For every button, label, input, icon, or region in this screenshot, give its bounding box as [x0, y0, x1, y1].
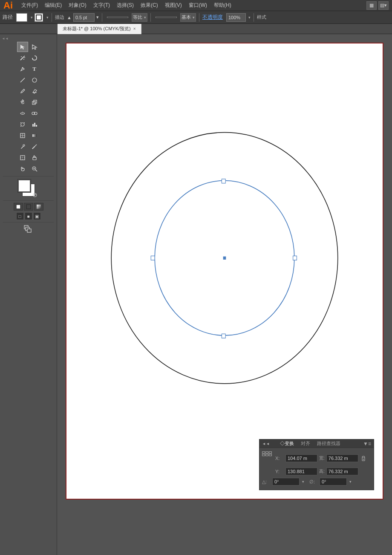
mesh-tool[interactable] — [17, 130, 28, 141]
gradient-tool[interactable] — [29, 130, 40, 141]
menu-effect[interactable]: 效果(C) — [137, 1, 161, 10]
tool-row-rotate — [0, 97, 57, 107]
column-graph-tool[interactable] — [29, 119, 40, 130]
menu-object[interactable]: 对象(O) — [65, 1, 89, 10]
screen-mode-normal[interactable]: □ — [16, 212, 24, 220]
workspace-icon[interactable]: ▤▾ — [378, 1, 389, 10]
tool-row-arrange — [0, 224, 57, 234]
measure-tool[interactable] — [29, 142, 40, 152]
pen-tool[interactable] — [17, 64, 28, 74]
screen-mode-fullscreen[interactable]: ▣ — [33, 212, 41, 220]
x-label: X: — [275, 456, 284, 461]
stroke-mode-btn[interactable] — [24, 203, 33, 211]
menu-edit[interactable]: 编辑(E) — [41, 1, 65, 10]
menu-view[interactable]: 视图(V) — [161, 1, 185, 10]
canvas-area[interactable]: ◄◄ ◇变换 对齐 路径查找器 ▼≡ — [57, 34, 392, 555]
foreground-color-swatch[interactable] — [18, 179, 31, 192]
lock-icon[interactable] — [360, 451, 367, 466]
menu-window[interactable]: 窗口(W) — [185, 1, 210, 10]
svg-line-5 — [32, 58, 33, 60]
stroke-style-dropdown[interactable]: 等比 ▾ — [132, 13, 147, 22]
ellipse-tool[interactable] — [29, 75, 40, 85]
pencil-tool[interactable] — [17, 86, 28, 96]
svg-line-0 — [20, 57, 24, 60]
opacity-chevron-icon[interactable]: ▾ — [248, 15, 251, 20]
toolbox: ◄◄ T — [0, 34, 57, 555]
stroke-chevron-icon[interactable]: ▾ — [46, 15, 49, 20]
warp-tool[interactable] — [17, 108, 28, 119]
fill-mode-btn[interactable] — [14, 203, 23, 211]
svg-point-8 — [32, 78, 37, 82]
paint-bucket-tool[interactable] — [29, 153, 40, 163]
h-input[interactable] — [326, 468, 358, 475]
svg-rect-20 — [32, 124, 34, 127]
menu-text[interactable]: 文字(T) — [90, 1, 113, 10]
tab-pathfinder[interactable]: 路径查找器 — [315, 440, 342, 447]
line-tool[interactable] — [17, 75, 28, 85]
stroke-up-icon[interactable]: ▲ — [67, 15, 72, 20]
panel-collapse-icon[interactable]: ◄◄ — [262, 442, 270, 446]
toolbox-collapse-icon[interactable]: ◄◄ — [2, 37, 9, 40]
lasso-tool[interactable] — [29, 53, 40, 63]
opacity-label[interactable]: 不透明度 — [202, 14, 223, 21]
shear-dropdown-icon[interactable]: ▾ — [349, 480, 352, 484]
rotate-tool[interactable] — [17, 97, 28, 107]
screen-mode-full[interactable]: ■ — [25, 212, 32, 220]
type-tool[interactable]: T — [29, 64, 40, 74]
shear-input[interactable] — [320, 478, 347, 486]
y-input[interactable] — [285, 468, 317, 475]
none-swatch[interactable]: ⊘ — [32, 191, 37, 198]
document-tab[interactable]: 未标题-1* @ 100% (CMYK/预览) × — [58, 24, 141, 34]
panel-toggle-icon[interactable]: ▦ — [366, 1, 377, 10]
fill-chevron-icon[interactable]: ▾ — [31, 15, 33, 20]
w-input[interactable] — [326, 454, 358, 462]
fill-color-btn[interactable] — [16, 13, 27, 22]
magic-wand-tool[interactable] — [17, 53, 28, 63]
selection-tool[interactable] — [17, 42, 28, 52]
menu-bar: Ai 文件(F) 编辑(E) 对象(O) 文字(T) 选择(S) 效果(C) 视… — [0, 0, 392, 11]
eraser-tool[interactable] — [29, 86, 40, 96]
rotation-input[interactable] — [272, 478, 300, 486]
basic-chevron-icon[interactable]: ▾ — [193, 15, 195, 20]
blend-tool[interactable] — [29, 108, 40, 119]
stroke-style-chevron-icon[interactable]: ▾ — [144, 15, 146, 20]
tool-row-pen: T — [0, 64, 57, 74]
divider2 — [3, 200, 54, 201]
anchor-top[interactable] — [222, 179, 225, 183]
tab-align[interactable]: 对齐 — [299, 440, 312, 447]
rot-dropdown-icon[interactable]: ▾ — [302, 480, 304, 484]
gradient-mode-btn[interactable] — [34, 203, 43, 211]
menu-file[interactable]: 文件(F) — [18, 1, 41, 10]
panel-title-row: ◄◄ ◇变换 对齐 路径查找器 — [262, 440, 342, 447]
opacity-input[interactable] — [226, 13, 246, 22]
toolbox-divider — [3, 176, 54, 176]
stroke-color-btn[interactable] — [35, 13, 43, 22]
stroke-down-icon[interactable]: ▾ — [96, 14, 99, 20]
svg-point-6 — [22, 67, 23, 69]
hand-tool[interactable] — [17, 164, 28, 174]
zoom-tool[interactable] — [29, 164, 40, 174]
svg-rect-40 — [26, 205, 31, 209]
eyedropper-tool[interactable] — [17, 142, 28, 152]
anchor-left[interactable] — [151, 256, 155, 260]
stroke-weight-input[interactable] — [73, 13, 95, 22]
menu-help[interactable]: 帮助(H) — [210, 1, 235, 10]
symbol-spray-tool[interactable] — [17, 119, 28, 130]
svg-line-29 — [32, 148, 33, 149]
anchor-bottom[interactable] — [222, 334, 225, 338]
panel-menu-icon[interactable]: ▼≡ — [363, 441, 371, 447]
scale-tool[interactable] — [29, 97, 40, 107]
tool-row-eyedropper — [0, 142, 57, 152]
direct-selection-tool[interactable] — [29, 42, 40, 52]
arrange-icon[interactable] — [23, 224, 34, 234]
tab-transform[interactable]: ◇变换 — [278, 440, 296, 447]
menu-select[interactable]: 选择(S) — [113, 1, 137, 10]
tab-close-icon[interactable]: × — [133, 26, 136, 31]
x-input[interactable] — [285, 454, 317, 462]
style-label: 样式 — [257, 14, 266, 20]
sep3 — [150, 13, 151, 22]
slice-tool[interactable] — [17, 153, 28, 163]
mode-row — [14, 203, 43, 211]
anchor-right[interactable] — [293, 256, 297, 260]
basic-style-dropdown[interactable]: 基本 ▾ — [180, 13, 196, 22]
